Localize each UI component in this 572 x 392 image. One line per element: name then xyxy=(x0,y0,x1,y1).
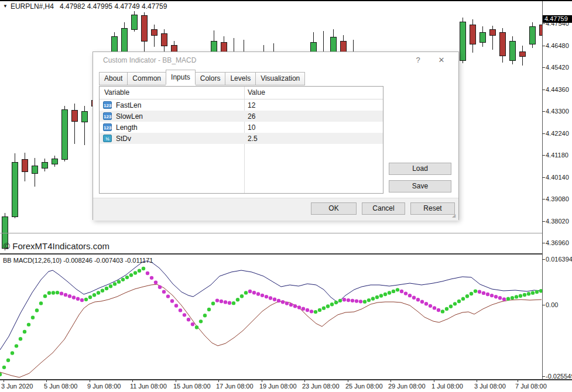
macd-dot-up xyxy=(207,308,211,311)
time-tick xyxy=(218,379,219,382)
table-row[interactable]: 123FastLen12 xyxy=(100,99,383,111)
price-label: 4.44360 xyxy=(546,86,569,93)
candle-up xyxy=(132,15,138,29)
tab-visualization[interactable]: Visualization xyxy=(255,72,305,85)
candle-up xyxy=(480,32,486,42)
variable-value[interactable]: 26 xyxy=(248,112,255,121)
price-label: 4.38020 xyxy=(546,218,569,225)
macd-dot-up xyxy=(392,290,395,293)
tab-levels[interactable]: Levels xyxy=(225,72,255,85)
macd-dot-down xyxy=(158,286,162,289)
candle-down xyxy=(520,51,526,56)
time-tick xyxy=(176,379,176,382)
dialog-title[interactable]: Custom Indicator - BB_MACD xyxy=(103,56,196,64)
macd-dot-up xyxy=(519,294,522,298)
panel-splitter[interactable] xyxy=(0,253,543,255)
macd-dot-up xyxy=(19,337,22,341)
ok-button[interactable]: OK xyxy=(311,202,357,215)
price-label: 4.43300 xyxy=(546,108,569,115)
macd-dot-up xyxy=(6,358,10,362)
macd-dot-down xyxy=(412,295,416,299)
time-label: 5 Jun 08:00 xyxy=(44,383,78,390)
close-icon[interactable]: ✕ xyxy=(434,55,449,66)
macd-dot-up xyxy=(449,304,453,308)
macd-dot-up xyxy=(371,297,375,300)
macd-dot-up xyxy=(232,301,235,305)
macd-dot-up xyxy=(240,294,244,298)
cancel-button[interactable]: Cancel xyxy=(362,202,405,215)
tab-about[interactable]: About xyxy=(99,72,127,85)
save-button[interactable]: Save xyxy=(389,180,451,192)
candle-up xyxy=(510,41,516,60)
candle-up xyxy=(82,111,88,122)
macd-dot-down xyxy=(355,299,358,302)
macd-dot-up xyxy=(88,295,92,299)
macd-dot-up xyxy=(363,300,367,303)
candle-up xyxy=(460,22,466,60)
integer-icon: 123 xyxy=(103,112,112,120)
candle-down xyxy=(490,29,496,35)
integer-icon: 123 xyxy=(103,123,112,131)
inputs-table: Variable Value 123FastLen12123SlowLen261… xyxy=(99,86,383,194)
time-tick xyxy=(477,379,477,382)
table-row[interactable]: 123SlowLen26 xyxy=(100,111,383,122)
table-row[interactable]: 123Length10 xyxy=(100,122,383,133)
macd-dot-up xyxy=(314,310,317,314)
macd-dot-down xyxy=(154,281,157,284)
time-axis-line xyxy=(0,379,572,380)
help-button[interactable]: ? xyxy=(410,55,426,66)
double-icon: ½ xyxy=(103,135,112,142)
macd-dot-up xyxy=(47,291,51,295)
price-tick xyxy=(542,133,545,134)
variable-value[interactable]: 12 xyxy=(248,101,255,109)
variable-name: FastLen xyxy=(116,101,141,109)
candle-down xyxy=(500,32,506,56)
macd-dot-down xyxy=(261,294,264,297)
macd-dot-down xyxy=(482,291,485,295)
macd-dot-up xyxy=(52,291,55,294)
macd-dot-up xyxy=(515,295,518,298)
macd-dot-up xyxy=(535,290,539,294)
macd-dot-up xyxy=(318,308,321,312)
macd-dot-up xyxy=(470,292,473,295)
macd-dot-down xyxy=(502,297,506,301)
macd-dot-down xyxy=(400,290,403,293)
tab-inputs[interactable]: Inputs xyxy=(166,70,196,85)
reset-button[interactable]: Reset xyxy=(410,202,455,215)
variable-value[interactable]: 2.5 xyxy=(248,135,258,143)
tab-common[interactable]: Common xyxy=(127,72,166,85)
macd-dot-up xyxy=(236,298,239,301)
macd-dots xyxy=(0,267,542,376)
candle-up xyxy=(530,26,536,44)
candle-down xyxy=(162,33,167,46)
chart-floor-line xyxy=(0,233,542,233)
candle-up xyxy=(42,162,48,168)
macd-dot-down xyxy=(478,290,481,294)
macd-dot-up xyxy=(330,302,334,306)
time-tick xyxy=(46,379,47,382)
indicator-plot[interactable] xyxy=(0,255,542,379)
table-row[interactable]: ½StDv2.5 xyxy=(100,133,383,144)
macd-dot-down xyxy=(146,271,149,275)
price-label: 4.45420 xyxy=(546,64,569,71)
indicator-value-label: 0.00 xyxy=(546,301,558,308)
resize-grip-icon[interactable]: ◢ xyxy=(452,214,457,218)
price-tick xyxy=(542,67,545,68)
tab-colors[interactable]: Colors xyxy=(196,72,225,85)
macd-dot-up xyxy=(2,366,6,369)
macd-dot-down xyxy=(289,303,293,307)
time-label: 25 Jun 08:00 xyxy=(345,383,383,390)
macd-dot-down xyxy=(150,276,153,280)
macd-dot-down xyxy=(256,292,260,295)
price-tick xyxy=(542,90,545,90)
macd-dot-down xyxy=(416,298,420,301)
macd-dot-down xyxy=(162,290,166,293)
macd-dot-up xyxy=(142,267,145,270)
candle-up xyxy=(12,162,18,216)
macd-dot-up xyxy=(379,294,383,297)
macd-dot-up xyxy=(31,316,35,319)
load-button[interactable]: Load xyxy=(389,163,451,175)
variable-value[interactable]: 10 xyxy=(248,123,255,132)
macd-dot-up xyxy=(453,302,457,305)
macd-dot-down xyxy=(72,295,76,299)
